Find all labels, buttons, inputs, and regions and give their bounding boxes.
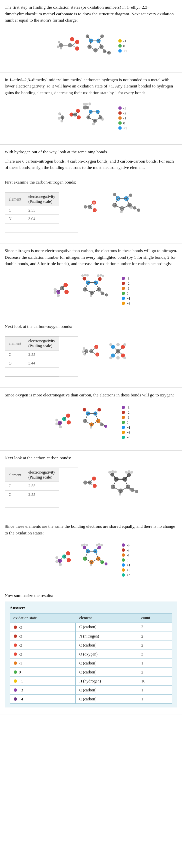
answer-row-3: -2O (oxygen)3 bbox=[10, 650, 172, 659]
hydrogen-molecule-row: -3 -2 -1 0 +1 bbox=[5, 99, 177, 137]
oxygen-en-text: Since oxygen is more electronegative tha… bbox=[5, 392, 177, 398]
svg-point-131 bbox=[81, 274, 84, 277]
svg-point-50 bbox=[92, 122, 95, 125]
cc-col-en: electronegativity(Pauling scale) bbox=[25, 468, 59, 482]
nitrogen-legend: -3 -2 -1 0 +1 +3 bbox=[122, 276, 131, 305]
svg-point-169 bbox=[123, 343, 126, 346]
svg-point-243 bbox=[114, 471, 117, 473]
leg2-0: 0 bbox=[122, 291, 131, 295]
co-cell-empty1 bbox=[5, 368, 25, 376]
answer-state-cell-2: -2 bbox=[10, 641, 76, 650]
dot4-neg1 bbox=[122, 553, 125, 557]
co-col-element: element bbox=[5, 337, 25, 350]
svg-point-138 bbox=[101, 274, 104, 277]
co-col-en: electronegativity(Pauling scale) bbox=[25, 337, 59, 350]
cn-cell-empty1 bbox=[5, 223, 25, 232]
svg-point-133 bbox=[86, 274, 88, 276]
answer-count-cell-1: 2 bbox=[138, 632, 172, 641]
intro-text: The first step in finding the oxidation … bbox=[5, 4, 177, 24]
lbl3-pos3: +3 bbox=[127, 430, 131, 434]
lbl4-0: 0 bbox=[127, 558, 129, 562]
svg-point-252 bbox=[55, 560, 58, 563]
cn-col-element: element bbox=[5, 192, 25, 206]
svg-point-49 bbox=[101, 118, 104, 121]
lbl-0b: 0 bbox=[123, 121, 125, 125]
same-element-section: Since these elements are the same the bo… bbox=[0, 519, 182, 588]
svg-point-245 bbox=[128, 470, 130, 473]
dot2-neg1 bbox=[122, 287, 125, 290]
answer-element-cell-1: N (nitrogen) bbox=[76, 632, 138, 641]
cn-col-en: electronegativity(Pauling scale) bbox=[25, 192, 59, 206]
lbl2-neg3: -3 bbox=[127, 276, 130, 280]
dot-0b bbox=[118, 121, 122, 125]
cc-row-empty bbox=[5, 499, 59, 508]
svg-point-171 bbox=[109, 343, 112, 346]
svg-point-276 bbox=[97, 546, 101, 549]
dot4-neg3 bbox=[122, 544, 125, 547]
cn-table: element electronegativity(Pauling scale)… bbox=[5, 192, 78, 232]
dot2-pos3 bbox=[122, 302, 125, 305]
svg-text:O: O bbox=[95, 346, 97, 348]
oxygen-molecule-row: -3 -2 -1 0 +1 +3 bbox=[5, 402, 177, 443]
svg-point-206 bbox=[97, 408, 101, 411]
svg-point-139 bbox=[101, 291, 104, 295]
svg-point-271 bbox=[90, 564, 92, 566]
label-pos1: +1 bbox=[123, 49, 127, 53]
answer-table-header: oxidation state element count bbox=[10, 613, 172, 623]
nitrogen-en-text: Since nitrogen is more electronegative t… bbox=[5, 247, 177, 267]
co-text: Next look at the carbon-oxygen bonds: bbox=[5, 323, 177, 330]
answer-row-2: -2C (carbon)2 bbox=[10, 641, 172, 650]
svg-point-250 bbox=[67, 558, 71, 562]
lbl-neg1b: -1 bbox=[123, 116, 126, 120]
svg-point-173 bbox=[116, 343, 120, 346]
dot-pos1b bbox=[118, 126, 122, 130]
legend-item-pos1: +1 bbox=[118, 49, 127, 53]
leg3-pos3: +3 bbox=[122, 430, 131, 434]
hydrogen-legend: -3 -2 -1 0 +1 bbox=[118, 106, 127, 130]
cc-cell-empty2 bbox=[25, 499, 59, 508]
same-element-legend: -3 -2 -1 0 +1 +3 bbox=[122, 543, 131, 577]
co-row-O: O 3.44 bbox=[5, 359, 59, 368]
answer-state-text-5: 0 bbox=[19, 670, 21, 675]
dot2-neg3 bbox=[122, 277, 125, 280]
co-cell-C: C bbox=[5, 350, 25, 359]
cc-row-C2: C 2.55 bbox=[5, 491, 59, 499]
answer-state-cell-8: +4 bbox=[10, 695, 76, 704]
co-molecule: C O O C bbox=[81, 333, 135, 371]
answer-row-5: 0C (carbon)2 bbox=[10, 668, 172, 677]
answer-dot-2 bbox=[14, 644, 17, 647]
lbl3-neg1: -1 bbox=[127, 415, 130, 420]
svg-point-239 bbox=[135, 490, 138, 493]
answer-row-6: +1H (hydrogen)16 bbox=[10, 677, 172, 686]
answer-row-7: +3C (carbon)1 bbox=[10, 686, 172, 695]
cn-cell-C: C bbox=[5, 206, 25, 215]
cc-table-mol-row: element electronegativity(Pauling scale)… bbox=[5, 464, 177, 512]
lbl4-pos4: +4 bbox=[127, 573, 131, 577]
lbl2-0: 0 bbox=[127, 291, 129, 295]
answer-count-cell-2: 2 bbox=[138, 641, 172, 650]
answer-dot-7 bbox=[14, 688, 17, 692]
hydrogen-section: In 1–ethyl–2,3–dimethylimidazolium methy… bbox=[0, 72, 182, 145]
answer-element-cell-0: C (carbon) bbox=[76, 623, 138, 632]
dot4-neg2 bbox=[122, 549, 125, 552]
svg-point-287 bbox=[100, 544, 103, 546]
co-cell-C-en: 2.55 bbox=[25, 350, 59, 359]
leg4-neg1: -1 bbox=[122, 553, 131, 557]
cc-cell-C1: C bbox=[5, 482, 25, 491]
answer-dot-8 bbox=[14, 698, 17, 701]
answer-dot-3 bbox=[14, 652, 17, 656]
legend-item-neg1: -1 bbox=[118, 39, 127, 43]
cc-cell-C1-en: 2.55 bbox=[25, 482, 59, 491]
svg-point-155 bbox=[82, 350, 84, 353]
answer-element-cell-6: H (hydrogen) bbox=[76, 677, 138, 686]
answer-state-cell-1: -3 bbox=[10, 632, 76, 641]
svg-point-208 bbox=[100, 423, 104, 426]
svg-point-141 bbox=[105, 293, 108, 296]
svg-point-280 bbox=[104, 562, 107, 565]
lbl-neg3: -3 bbox=[123, 106, 126, 110]
cc-cell-empty1 bbox=[5, 499, 25, 508]
lbl4-neg1: -1 bbox=[127, 553, 130, 557]
answer-count-cell-8: 1 bbox=[138, 695, 172, 704]
cc-table: element electronegativity(Pauling scale)… bbox=[5, 468, 78, 508]
svg-point-43 bbox=[86, 115, 90, 119]
